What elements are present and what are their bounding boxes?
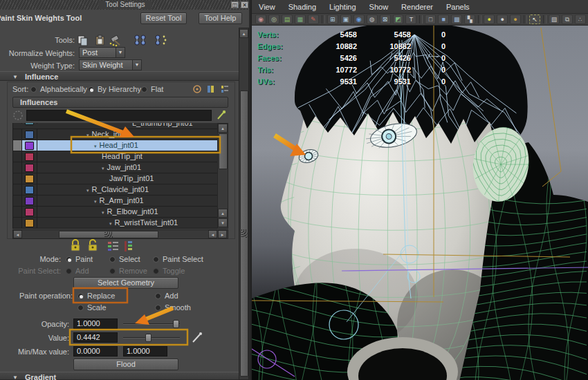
influence-row[interactable]: JawTip_jnt01 bbox=[13, 173, 217, 184]
influence-row[interactable]: ▾Neck_jnt01 bbox=[13, 129, 217, 140]
expand-arrow-icon[interactable]: ▾ bbox=[94, 199, 97, 204]
pin-icon[interactable] bbox=[216, 110, 227, 121]
influence-color-swatch[interactable] bbox=[25, 186, 34, 194]
weight-type-dropdown[interactable]: Skin Weight bbox=[79, 59, 133, 70]
radio-flat[interactable]: Flat bbox=[141, 85, 163, 93]
expand-arrow-icon[interactable]: ▾ bbox=[86, 188, 89, 193]
influence-hold-cell[interactable] bbox=[13, 140, 22, 151]
influence-hold-cell[interactable] bbox=[13, 162, 22, 173]
influences-header[interactable]: Influences bbox=[12, 97, 228, 108]
wireframe-icon[interactable]: □ bbox=[425, 15, 436, 24]
influence-color-swatch[interactable] bbox=[25, 219, 34, 227]
collapse-list-icon[interactable] bbox=[125, 241, 132, 251]
eyedropper-icon[interactable] bbox=[191, 332, 203, 344]
radio-add[interactable]: Add bbox=[155, 292, 232, 300]
normalize-weights-dropdown[interactable]: Post bbox=[79, 47, 116, 58]
radio-smooth[interactable]: Smooth bbox=[155, 303, 232, 312]
lighting-selected-icon[interactable]: ● bbox=[510, 15, 521, 24]
move-influences-icon[interactable] bbox=[135, 35, 145, 45]
panel-titlebar[interactable]: Tool Settings ◫ ✕ bbox=[0, 0, 250, 10]
grease-pencil-icon[interactable]: ✎ bbox=[308, 15, 319, 24]
gradient-section-header[interactable]: ▼ Gradient bbox=[0, 372, 239, 380]
radio-paint[interactable]: Paint bbox=[66, 255, 109, 263]
scroll-left2-icon[interactable]: ◂ bbox=[208, 230, 217, 238]
expand-arrow-icon[interactable]: ▾ bbox=[102, 210, 104, 215]
viewport-menu-shading[interactable]: Shading bbox=[288, 3, 316, 11]
tool-help-button[interactable]: Tool Help bbox=[199, 12, 242, 24]
list-view-icon[interactable] bbox=[208, 86, 214, 93]
influence-color-swatch[interactable] bbox=[25, 123, 34, 125]
isolate-select-icon[interactable]: ↖ bbox=[529, 15, 540, 24]
paste-weights-icon[interactable] bbox=[96, 35, 104, 45]
influence-color-swatch[interactable] bbox=[25, 153, 34, 161]
influence-name-area[interactable]: ▾R_wristTwist_jnt01 bbox=[37, 218, 217, 228]
influence-section-header[interactable]: ▼ Influence bbox=[0, 71, 239, 81]
influence-name-area[interactable]: ▾Neck_jnt01 bbox=[37, 129, 217, 140]
influence-hold-cell[interactable] bbox=[13, 151, 22, 162]
influence-row[interactable]: ▾R_wristTwist_jnt01 bbox=[13, 218, 217, 229]
opacity-slider-handle[interactable] bbox=[173, 320, 179, 328]
viewport-menu-renderer[interactable]: Renderer bbox=[401, 3, 433, 11]
xray-joints-icon[interactable]: ∴ bbox=[575, 15, 586, 24]
min-value-input[interactable]: 0.0000 bbox=[73, 346, 118, 357]
influence-list-vscrollbar[interactable]: ▴ ▴ ▾ bbox=[217, 123, 228, 229]
influence-name-area[interactable]: ▾Jaw_jnt01 bbox=[37, 162, 217, 173]
safe-action-icon[interactable]: ⊠ bbox=[380, 15, 391, 24]
panel-vscroll-thumb[interactable] bbox=[240, 91, 248, 377]
weight-type-dropdown-arrow-icon[interactable]: ▼ bbox=[132, 59, 142, 70]
collapse-arrow-icon[interactable]: ▼ bbox=[12, 374, 18, 380]
panel-scroll-up-icon[interactable]: ▴ bbox=[239, 29, 248, 38]
normalize-weights-dropdown-arrow-icon[interactable]: ▼ bbox=[116, 47, 125, 58]
value-input[interactable]: 0.4442 bbox=[73, 332, 118, 343]
scroll-up-icon[interactable]: ▴ bbox=[218, 124, 228, 133]
influence-color-swatch[interactable] bbox=[25, 175, 34, 183]
influence-search-input[interactable] bbox=[26, 110, 212, 121]
value-slider-handle[interactable] bbox=[145, 334, 151, 342]
influence-row[interactable]: ▾R_Clavicle_jnt01 bbox=[13, 184, 217, 196]
influence-row[interactable]: ▾Head_jnt01 bbox=[13, 140, 217, 151]
scroll-right-icon[interactable]: ▸ bbox=[218, 230, 227, 238]
filter-target-icon[interactable] bbox=[12, 110, 24, 121]
radio-select[interactable]: Select bbox=[109, 255, 153, 263]
radio-by-hierarchy[interactable]: By Hierarchy bbox=[88, 85, 141, 93]
influence-row[interactable]: ▾R_Elbow_jnt01 bbox=[13, 207, 217, 218]
camera-attributes-icon[interactable]: ◎ bbox=[268, 15, 279, 24]
influence-color-swatch[interactable] bbox=[25, 164, 34, 172]
influence-color-swatch[interactable] bbox=[25, 208, 34, 216]
radio-scale[interactable]: Scale bbox=[77, 303, 155, 312]
influence-name-area[interactable]: ▾R_Clavicle_jnt01 bbox=[37, 184, 217, 195]
close-icon[interactable]: ✕ bbox=[241, 1, 248, 8]
radio-paint-select[interactable]: Paint Select bbox=[153, 255, 203, 263]
influence-hold-cell[interactable] bbox=[13, 129, 22, 140]
radio-alphabetically[interactable]: Alphabetically bbox=[30, 85, 88, 93]
opacity-slider[interactable] bbox=[123, 319, 180, 329]
grid-icon[interactable]: ⊞ bbox=[327, 15, 338, 24]
gate-mask-icon[interactable]: ◍ bbox=[367, 15, 378, 24]
lighting-all-icon[interactable]: ● bbox=[497, 15, 508, 24]
influence-list[interactable]: L_thumbTip_jnt01▾Neck_jnt01▾Head_jnt01He… bbox=[12, 123, 217, 229]
textured-icon[interactable]: ▚ bbox=[464, 15, 475, 24]
influence-name-area[interactable]: ▾R_Arm_jnt01 bbox=[37, 196, 217, 206]
viewport-menu-lighting[interactable]: Lighting bbox=[329, 3, 356, 11]
expand-arrow-icon[interactable]: ▾ bbox=[109, 221, 112, 226]
influence-color-swatch[interactable] bbox=[25, 142, 34, 150]
influence-color-swatch[interactable] bbox=[25, 197, 34, 205]
bookmarks-icon[interactable]: ▤ bbox=[282, 15, 293, 24]
influence-row[interactable]: L_thumbTip_jnt01 bbox=[13, 123, 217, 129]
value-slider[interactable] bbox=[123, 332, 180, 343]
influence-hold-cell[interactable] bbox=[13, 196, 22, 206]
influence-row[interactable]: ▾Jaw_jnt01 bbox=[13, 162, 217, 173]
viewport-menu-view[interactable]: View bbox=[259, 3, 275, 11]
show-influenced-icon[interactable] bbox=[156, 35, 166, 45]
influence-color-swatch[interactable] bbox=[25, 131, 34, 139]
expand-arrow-icon[interactable]: ▾ bbox=[94, 144, 97, 149]
unlock-weights-icon[interactable] bbox=[89, 240, 97, 251]
influence-hold-cell[interactable] bbox=[13, 123, 22, 124]
influence-row[interactable]: ▾R_Arm_jnt01 bbox=[13, 196, 217, 207]
lighting-default-icon[interactable]: ● bbox=[484, 15, 495, 24]
wireframe-on-shaded-icon[interactable]: ▩ bbox=[451, 15, 462, 24]
expand-arrow-icon[interactable]: ▾ bbox=[102, 166, 104, 171]
expand-arrow-icon[interactable]: ▾ bbox=[86, 133, 89, 137]
opacity-input[interactable]: 1.0000 bbox=[73, 319, 118, 329]
radio-replace[interactable]: Replace bbox=[77, 292, 155, 300]
